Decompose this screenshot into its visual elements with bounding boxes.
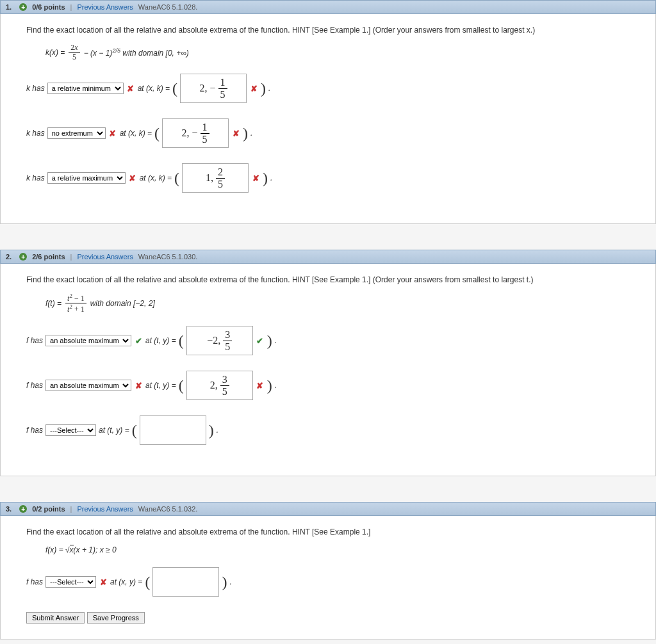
points-label: 0/2 points [32,505,65,513]
answer-input[interactable] [152,567,219,597]
question-number: 3. [6,505,12,513]
points-label: 2/6 points [32,253,65,261]
save-button[interactable]: Save Progress [87,612,145,624]
equation: f(t) = t2 − 1t2 + 1 with domain [−2, 2] [45,293,630,313]
func-has: k has [26,129,45,138]
question-number: 2. [6,253,12,261]
answer-row: f has an absolute maximum ✘ at (t, y) = … [26,371,630,400]
question-2: 2. + 2/6 points | Previous Answers WaneA… [0,250,656,476]
prompt-text: Find the exact location of all the relat… [26,275,630,284]
question-ref: WaneAC6 5.1.032. [138,505,198,513]
answer-row: f has ---Select--- at (t, y) = ( ). [26,415,630,445]
question-ref: WaneAC6 5.1.030. [138,253,198,261]
extremum-select[interactable]: an absolute maximum [45,380,131,391]
prompt-text: Find the exact location of all the relat… [26,527,630,536]
previous-answers-link[interactable]: Previous Answers [77,253,133,261]
cross-icon: ✘ [108,129,117,138]
extremum-select[interactable]: a relative minimum [47,83,124,94]
question-1: 1. + 0/6 points | Previous Answers WaneA… [0,0,656,224]
answer-row: f has an absolute maximum ✔ at (t, y) = … [26,326,630,355]
coord-label: at (t, y) = [99,426,129,435]
func-has: k has [26,173,45,182]
extremum-select[interactable]: ---Select--- [45,424,96,436]
equation: f(x) = √x(x + 1); x ≥ 0 [45,545,630,554]
question-ref: WaneAC6 5.1.028. [138,3,198,11]
cross-icon: ✘ [128,173,137,182]
extremum-select[interactable]: ---Select--- [45,576,96,588]
cross-icon: ✘ [99,577,108,586]
previous-answers-link[interactable]: Previous Answers [77,505,133,513]
button-row: Submit Answer Save Progress [26,612,630,624]
expand-icon[interactable]: + [19,3,27,11]
coord-label: at (x, k) = [138,84,170,93]
func-has: f has [26,381,43,390]
check-icon: ✔ [134,336,143,345]
expand-icon[interactable]: + [19,253,27,261]
answer-input[interactable]: −2, 35 [186,326,253,355]
previous-answers-link[interactable]: Previous Answers [77,3,133,11]
question-header: 3. + 0/2 points | Previous Answers WaneA… [0,502,656,516]
cross-icon: ✘ [251,173,260,182]
cross-icon: ✘ [134,381,143,390]
cross-icon: ✘ [126,84,135,93]
question-body: Find the exact location of all the relat… [0,264,656,476]
func-has: f has [26,577,43,586]
coord-label: at (x, y) = [110,577,142,586]
func-has: f has [26,426,43,435]
extremum-select[interactable]: no extremum [47,127,106,139]
prompt-text: Find the exact location of all the relat… [26,26,630,35]
answer-input[interactable]: 2, 35 [186,371,253,400]
coord-label: at (x, k) = [120,129,152,138]
question-body: Find the exact location of all the relat… [0,516,656,640]
answer-input[interactable]: 2, − 15 [180,74,247,103]
func-has: f has [26,336,43,345]
extremum-select[interactable]: an absolute maximum [45,335,131,346]
expand-icon[interactable]: + [19,505,27,513]
extremum-select[interactable]: a relative maximum [47,172,126,184]
answer-row: k has no extremum ✘ at (x, k) = ( 2, − 1… [26,118,630,148]
func-has: k has [26,84,45,93]
answer-row: f has ---Select--- ✘ at (x, y) = ( ). [26,567,630,597]
answer-row: k has a relative maximum ✘ at (x, k) = (… [26,163,630,193]
equation: k(x) = 2x5 − (x − 1)2/5 with domain [0, … [45,44,630,61]
answer-input[interactable]: 2, − 15 [162,118,229,148]
cross-icon: ✘ [249,84,258,93]
answer-input[interactable] [140,415,206,445]
question-3: 3. + 0/2 points | Previous Answers WaneA… [0,502,656,640]
coord-label: at (t, y) = [145,381,176,390]
submit-button[interactable]: Submit Answer [26,612,85,624]
question-header: 1. + 0/6 points | Previous Answers WaneA… [0,0,656,14]
cross-icon: ✘ [231,129,240,138]
answer-input[interactable]: 1, 25 [182,163,249,193]
cross-icon: ✘ [256,381,265,390]
answer-row: k has a relative minimum ✘ at (x, k) = (… [26,74,630,103]
coord-label: at (t, y) = [145,336,176,345]
check-icon: ✔ [256,336,265,345]
question-number: 1. [6,3,12,11]
coord-label: at (x, k) = [140,173,172,182]
question-header: 2. + 2/6 points | Previous Answers WaneA… [0,250,656,264]
points-label: 0/6 points [32,3,65,11]
question-body: Find the exact location of all the relat… [0,14,656,224]
